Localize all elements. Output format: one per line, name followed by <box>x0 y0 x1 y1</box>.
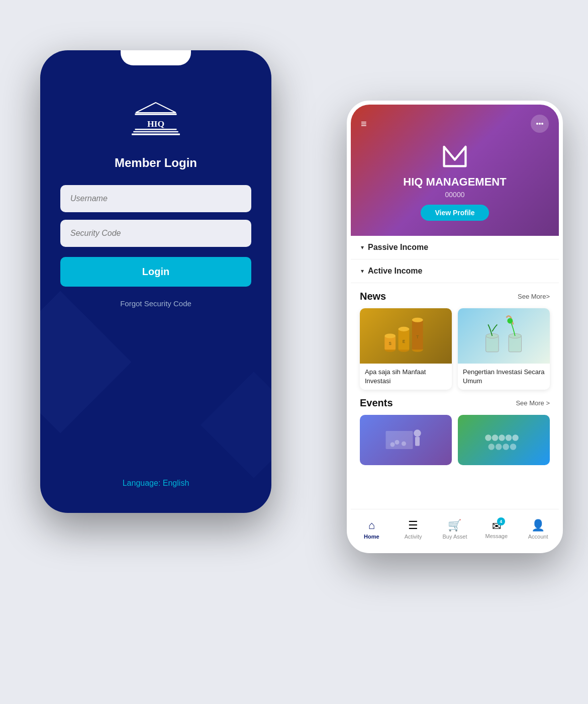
nav-activity[interactable]: ☰ Activity <box>393 515 434 544</box>
svg-marker-10 <box>444 147 466 166</box>
news-image-2 <box>458 308 550 364</box>
news-see-more[interactable]: See More> <box>518 293 550 300</box>
svg-point-27 <box>507 318 513 324</box>
security-code-input[interactable] <box>60 220 251 247</box>
hiq-logo: HIQ <box>131 101 181 141</box>
svg-marker-0 <box>136 103 176 113</box>
svg-point-40 <box>495 444 502 451</box>
username-input[interactable] <box>60 185 251 212</box>
decorative-diamond-2 <box>201 372 271 478</box>
chevron-down-icon: ▾ <box>361 244 364 251</box>
account-icon: 👤 <box>531 519 545 532</box>
chevron-down-icon-2: ▾ <box>361 268 364 275</box>
news-title: News <box>360 291 386 302</box>
news-section: News See More> S <box>351 283 559 397</box>
svg-point-17 <box>398 327 409 331</box>
m-logo-icon <box>440 140 470 170</box>
login-phone: HIQ Member Login Login Forgot Security C… <box>40 50 271 513</box>
svg-point-8 <box>539 123 541 125</box>
news-card-2[interactable]: Pengertian Investasi Secara Umum <box>458 308 550 390</box>
svg-point-21 <box>412 318 423 322</box>
chat-icon[interactable] <box>531 115 549 133</box>
svg-text:S: S <box>388 341 391 346</box>
svg-point-13 <box>384 333 396 338</box>
events-grid <box>360 415 550 465</box>
nav-message-label: Message <box>485 533 508 539</box>
activity-icon: ☰ <box>408 519 418 532</box>
header-top-bar: ≡ <box>361 115 549 133</box>
news-header: News See More> <box>360 291 550 302</box>
event-card-2[interactable] <box>458 415 550 465</box>
active-income-label: Active Income <box>368 267 422 276</box>
svg-point-36 <box>499 435 505 442</box>
nav-home-label: Home <box>364 534 379 540</box>
svg-rect-5 <box>133 131 178 132</box>
svg-point-39 <box>488 444 495 451</box>
buy-asset-icon: 🛒 <box>448 519 461 532</box>
app-phone: ≡ HIQ MANAGEMENT 00000 View Profile ▾ Pa… <box>347 101 563 553</box>
events-header: Events See More > <box>360 397 550 409</box>
events-title: Events <box>360 397 393 409</box>
svg-point-38 <box>512 435 519 442</box>
news-image-1: S E T <box>360 308 452 364</box>
news-card-1[interactable]: S E T <box>360 308 452 390</box>
svg-point-33 <box>390 443 395 447</box>
passive-income-label: Passive Income <box>368 243 428 252</box>
events-see-more[interactable]: See More > <box>516 399 550 407</box>
news-grid: S E T <box>360 308 550 390</box>
svg-rect-4 <box>135 129 176 130</box>
svg-rect-28 <box>385 431 413 449</box>
nav-account-label: Account <box>528 534 548 540</box>
m-logo <box>361 140 549 170</box>
login-button[interactable]: Login <box>60 257 251 287</box>
events-section: Events See More > <box>351 397 559 473</box>
app-code: 00000 <box>361 191 549 199</box>
view-profile-button[interactable]: View Profile <box>421 205 488 221</box>
svg-text:E: E <box>402 339 405 344</box>
svg-rect-30 <box>415 437 420 446</box>
login-title: Member Login <box>115 156 197 170</box>
news-caption-2: Pengertian Investasi Secara Umum <box>458 364 550 390</box>
menu-icon[interactable]: ≡ <box>361 118 367 130</box>
svg-point-32 <box>402 442 406 446</box>
event-image-1 <box>360 415 452 465</box>
home-icon: ⌂ <box>368 519 375 532</box>
nav-buy-asset[interactable]: 🛒 Buy Asset <box>434 515 476 544</box>
svg-point-9 <box>541 123 543 125</box>
message-count-badge: 4 <box>497 517 505 525</box>
svg-point-35 <box>492 435 498 442</box>
nav-message[interactable]: ✉ 4 Message <box>475 516 517 543</box>
bottom-navigation: ⌂ Home ☰ Activity 🛒 Buy Asset ✉ 4 Messag… <box>351 509 559 549</box>
svg-point-41 <box>503 444 509 451</box>
svg-text:T: T <box>416 335 419 339</box>
message-badge-wrapper: ✉ 4 <box>492 520 501 533</box>
svg-text:HIQ: HIQ <box>147 119 164 129</box>
passive-income-section[interactable]: ▾ Passive Income <box>351 236 559 259</box>
nav-home[interactable]: ⌂ Home <box>351 515 393 544</box>
nav-account[interactable]: 👤 Account <box>517 515 559 544</box>
nav-activity-label: Activity <box>405 534 422 540</box>
svg-rect-2 <box>135 114 176 115</box>
event-card-1[interactable] <box>360 415 452 465</box>
app-header: ≡ HIQ MANAGEMENT 00000 View Profile <box>351 105 559 236</box>
svg-point-7 <box>536 123 538 125</box>
svg-rect-6 <box>132 134 180 135</box>
language-selector[interactable]: Language: English <box>123 479 189 488</box>
svg-point-31 <box>395 440 399 445</box>
svg-point-34 <box>485 435 492 442</box>
nav-buy-asset-label: Buy Asset <box>443 534 467 540</box>
decorative-diamond-1 <box>40 291 131 433</box>
event-image-2 <box>458 415 550 465</box>
active-income-section[interactable]: ▾ Active Income <box>351 259 559 283</box>
svg-point-42 <box>510 444 516 451</box>
app-title: HIQ MANAGEMENT <box>361 175 549 189</box>
forgot-security-link[interactable]: Forgot Security Code <box>120 299 191 308</box>
svg-point-37 <box>505 435 512 442</box>
svg-point-29 <box>414 430 421 437</box>
temple-icon: HIQ <box>131 101 181 141</box>
news-caption-1: Apa saja sih Manfaat Investasi <box>360 364 452 390</box>
